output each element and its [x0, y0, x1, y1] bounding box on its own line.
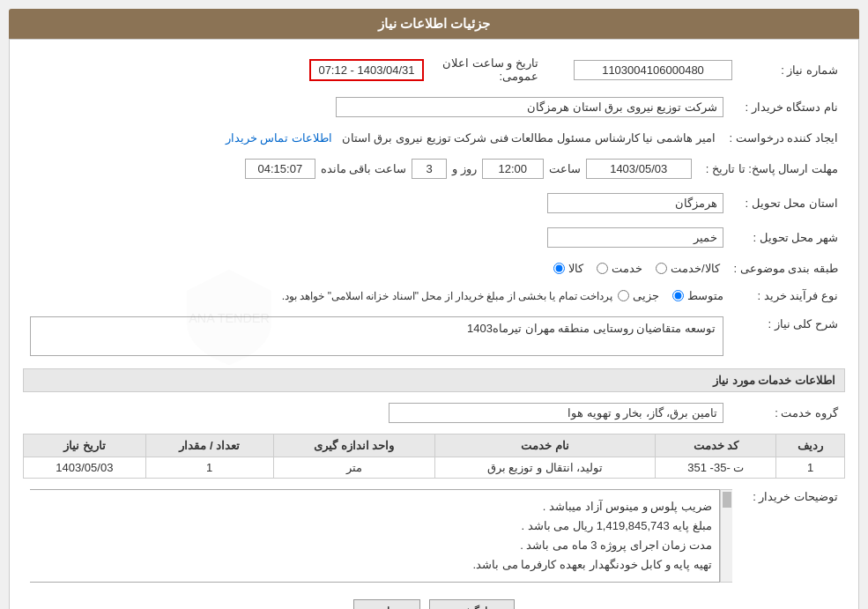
cell-qty: 1: [145, 457, 273, 479]
col-header-date: تاریخ نیاز: [24, 434, 146, 457]
date-label: تاریخ و ساعت اعلان عمومی:: [442, 56, 538, 83]
day-label: روز و: [452, 162, 477, 175]
button-row: بازگشت چاپ: [23, 599, 845, 609]
notes-content: ضریب پلوس و مینوس آزاد میباشد . مبلغ پای…: [30, 489, 720, 583]
announcement-date: 1403/04/31 - 07:12: [309, 59, 424, 81]
col-header-qty: تعداد / مقدار: [145, 434, 273, 457]
table-row: 1 ت -35- 351 تولید، انتقال و توزیع برق م…: [24, 457, 845, 479]
col-header-name: نام خدمت: [434, 434, 656, 457]
back-button[interactable]: بازگشت: [429, 599, 515, 609]
note-line-4: تهیه پایه و کابل خودنگهدار بعهده کارفرما…: [37, 555, 712, 575]
need-number-value: 1103004106000480: [574, 60, 732, 80]
need-number-label: شماره نیاز :: [781, 63, 838, 77]
scrollbar-thumb: [723, 492, 731, 508]
print-button[interactable]: چاپ: [353, 599, 420, 609]
services-table: ردیف کد خدمت نام خدمت واحد اندازه گیری ت…: [23, 434, 845, 479]
page-title: جزئیات اطلاعات نیاز: [378, 16, 490, 31]
service-group-value: تامین برق، گاز، بخار و تهویه هوا: [389, 403, 723, 423]
page-header: جزئیات اطلاعات نیاز: [9, 9, 859, 39]
purchase-type-note: پرداخت تمام یا بخشی از مبلغ خریدار از مح…: [282, 290, 612, 302]
delivery-city-label: شهر محل تحویل :: [753, 231, 838, 244]
delivery-city-value: خمیر: [547, 227, 723, 248]
category-option-kala-khedmat[interactable]: کالا/خدمت: [656, 262, 720, 275]
need-desc-label: شرح کلی نیاز :: [768, 317, 838, 330]
note-line-2: مبلغ پایه 1,419,845,743 ریال می باشد .: [37, 516, 712, 536]
cell-date: 1403/05/03: [24, 457, 146, 479]
creator-value: امیر هاشمی نیا کارشناس مسئول مطالعات فنی…: [342, 131, 716, 145]
cell-name: تولید، انتقال و توزیع برق: [434, 457, 656, 479]
response-deadline-label: مهلت ارسال پاسخ: تا تاریخ :: [706, 162, 838, 175]
day-value: 3: [412, 159, 447, 179]
cell-row: 1: [776, 457, 845, 479]
purchase-type-label: نوع فرآیند خرید :: [758, 289, 838, 302]
purchase-type-jozii[interactable]: جزیی: [618, 289, 659, 302]
col-header-row: ردیف: [776, 434, 845, 457]
cell-code: ت -35- 351: [656, 457, 776, 479]
note-line-3: مدت زمان اجرای پروژه 3 ماه می باشد .: [37, 536, 712, 555]
buyer-org-label: نام دستگاه خریدار :: [746, 100, 838, 114]
col-header-code: کد خدمت: [656, 434, 776, 457]
services-section-title: اطلاعات خدمات مورد نیاز: [23, 368, 845, 392]
deadline-time: 12:00: [482, 159, 544, 179]
service-group-label: گروه خدمت :: [775, 406, 838, 420]
remaining-label: ساعت باقی مانده: [321, 162, 406, 175]
remaining-time: 04:15:07: [245, 159, 315, 179]
creator-contact-link[interactable]: اطلاعات تماس خریدار: [226, 131, 332, 145]
purchase-type-motavasset[interactable]: متوسط: [672, 289, 723, 302]
time-label: ساعت: [549, 162, 581, 175]
notes-label: توضیحات خریدار :: [753, 490, 838, 503]
deadline-date: 1403/05/03: [586, 159, 692, 179]
col-header-unit: واحد اندازه گیری: [273, 434, 434, 457]
need-desc-value: توسعه متقاضیان روستایی منطقه مهران تیرما…: [30, 316, 723, 356]
delivery-province-value: هرمزگان: [547, 193, 723, 213]
creator-label: ایجاد کننده درخواست :: [730, 131, 838, 145]
note-line-1: ضریب پلوس و مینوس آزاد میباشد .: [37, 497, 712, 516]
category-label: طبقه بندی موضوعی :: [734, 262, 838, 275]
category-option-khedmat[interactable]: خدمت: [597, 262, 642, 275]
buyer-org-value: شرکت توزیع نیروی برق استان هرمزگان: [336, 97, 723, 117]
scrollbar: [720, 489, 732, 583]
category-option-kala[interactable]: کالا: [553, 262, 583, 275]
cell-unit: متر: [273, 457, 434, 479]
delivery-province-label: استان محل تحویل :: [746, 197, 838, 210]
